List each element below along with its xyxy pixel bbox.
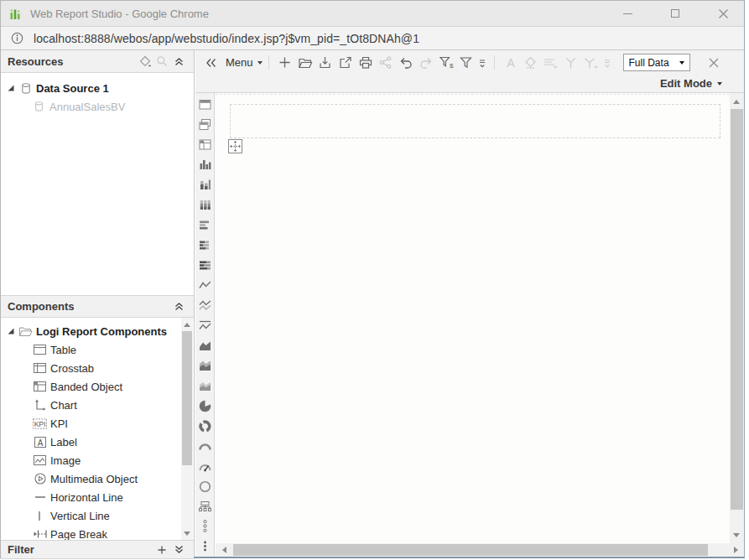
add-filter-icon[interactable] (153, 542, 170, 557)
light-area-chart-icon[interactable] (196, 376, 214, 396)
move-icon (230, 141, 241, 152)
capped-line-chart-icon[interactable] (196, 315, 214, 335)
collapse-sidebar-button[interactable] (200, 54, 221, 72)
scroll-up-icon[interactable] (180, 318, 194, 331)
scroll-down-icon[interactable] (730, 528, 743, 542)
ring-chart-icon[interactable] (196, 476, 214, 496)
resource-view-icon[interactable] (137, 54, 153, 69)
expand-panel-icon[interactable] (170, 542, 187, 557)
gauge-chart-icon[interactable] (196, 456, 214, 476)
component-move-handle[interactable] (228, 139, 242, 153)
info-icon[interactable] (11, 32, 23, 44)
redo-button[interactable] (416, 54, 436, 72)
close-window-button[interactable] (710, 4, 736, 23)
component-item-crosstab[interactable]: Crosstab (1, 359, 194, 377)
tree-item-logi-components[interactable]: Logi Report Components (1, 322, 194, 340)
data-source-label: Data Source 1 (36, 82, 109, 95)
address-bar[interactable]: localhost:8888/webos/app/webstudio/index… (1, 27, 744, 50)
donut-chart-icon[interactable] (196, 416, 214, 436)
scrollbar-thumb[interactable] (182, 331, 192, 465)
component-item-horizontal-line[interactable]: Horizontal Line (1, 488, 194, 506)
pie-chart-icon[interactable] (196, 396, 214, 416)
org-chart-icon[interactable] (196, 496, 214, 516)
edit-mode-button[interactable]: Edit Mode (660, 77, 712, 90)
more-dots-icon[interactable] (196, 516, 214, 537)
insert-table-icon[interactable] (196, 95, 214, 115)
close-icon (708, 57, 720, 69)
component-item-chart[interactable]: Chart (1, 396, 194, 414)
report-canvas[interactable] (216, 93, 744, 557)
component-label: Table (50, 344, 76, 356)
component-item-table[interactable]: Table (1, 340, 194, 359)
font-button[interactable]: A (501, 54, 521, 72)
filter-options-button[interactable]: $ (436, 54, 456, 72)
tree-item-data-source[interactable]: Data Source 1 (1, 79, 194, 97)
component-item-vertical-line[interactable]: Vertical Line (1, 506, 194, 525)
view-mode-select[interactable]: Full Data (623, 54, 690, 71)
more-menu-icon[interactable] (196, 537, 214, 557)
business-view-icon (32, 101, 46, 113)
close-report-button[interactable] (704, 54, 724, 72)
tree-item-annualsalesbv[interactable]: AnnualSalesBV (1, 97, 194, 116)
left-sidebar: Resources Data Source 1 (1, 50, 195, 557)
canvas-vertical-scrollbar[interactable] (730, 93, 744, 543)
canvas-horizontal-scrollbar[interactable] (216, 543, 744, 557)
save-button[interactable] (315, 54, 335, 72)
menu-button[interactable]: Menu (221, 54, 263, 72)
url-text[interactable]: localhost:8888/webos/app/webstudio/index… (34, 32, 419, 45)
filter-button[interactable] (456, 54, 476, 72)
hstacked-full-chart-icon[interactable] (196, 256, 214, 276)
line-chart-icon[interactable] (196, 276, 214, 296)
scroll-up-icon[interactable] (730, 95, 743, 108)
hbar-chart-icon[interactable] (196, 215, 214, 236)
svg-text:$: $ (450, 62, 454, 70)
export-button[interactable] (335, 54, 356, 72)
svg-text:A: A (37, 438, 43, 447)
area-chart-icon[interactable] (196, 335, 214, 355)
scrollbar-thumb[interactable] (233, 544, 708, 556)
split-button[interactable] (581, 54, 601, 72)
multi-line-chart-icon[interactable] (196, 296, 214, 316)
stacked-bar-chart-icon[interactable] (196, 195, 214, 215)
more-format-button[interactable] (601, 54, 613, 72)
bar-chart-icon[interactable] (196, 155, 214, 175)
insert-banded-icon[interactable] (196, 135, 214, 155)
arc-chart-icon[interactable] (196, 436, 214, 456)
component-label: Multimedia Object (50, 473, 138, 485)
component-item-kpi[interactable]: KPI KPI (1, 414, 194, 433)
component-item-image[interactable]: Image (1, 451, 194, 469)
gradient-bar-chart-icon[interactable] (196, 175, 214, 195)
new-report-button[interactable] (275, 54, 295, 72)
component-item-label[interactable]: A Label (1, 433, 194, 451)
scroll-down-icon[interactable] (180, 526, 194, 540)
scroll-right-icon[interactable] (729, 543, 742, 557)
collapse-panel-icon[interactable] (170, 54, 187, 69)
share-button[interactable] (376, 54, 396, 72)
components-scrollbar[interactable] (181, 318, 193, 540)
scrollbar-thumb[interactable] (731, 109, 743, 510)
expanded-node-icon[interactable] (7, 84, 15, 92)
component-item-page-break[interactable]: Page Break (1, 525, 194, 540)
expanded-node-icon[interactable] (7, 327, 15, 335)
hstacked-chart-icon[interactable] (196, 236, 214, 256)
mode-strip: Edit Mode (195, 75, 744, 93)
open-button[interactable] (295, 54, 315, 72)
component-label: Label (50, 436, 77, 449)
insert-toolbar (195, 93, 215, 557)
minimize-button[interactable] (615, 4, 640, 23)
maximize-button[interactable] (663, 4, 688, 23)
search-icon[interactable] (153, 54, 170, 69)
stacked-area-chart-icon[interactable] (196, 355, 214, 376)
print-button[interactable] (356, 54, 376, 72)
undo-button[interactable] (396, 54, 416, 72)
insert-window-icon[interactable] (196, 115, 214, 135)
app-favicon-bar-chart-icon (9, 8, 23, 20)
component-item-multimedia[interactable]: Multimedia Object (1, 469, 194, 488)
component-item-banded-object[interactable]: Banded Object (1, 377, 194, 396)
collapse-panel-icon[interactable] (170, 299, 187, 314)
merge-button[interactable] (561, 54, 581, 72)
scroll-left-icon[interactable] (217, 543, 231, 557)
format-painter-button[interactable] (521, 54, 541, 72)
align-button[interactable] (541, 54, 561, 72)
more-commands-button[interactable] (476, 54, 488, 72)
